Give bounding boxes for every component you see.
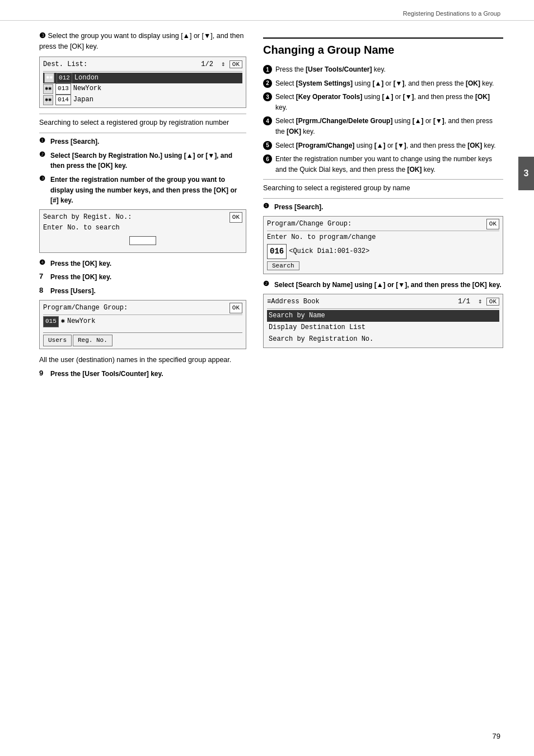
page-number: 79 xyxy=(493,732,500,740)
left-step9-text: Press the [User Tools/Counter] key. xyxy=(50,369,163,379)
address-panel-label: ≡Address Book xyxy=(267,297,320,307)
dest-row-3-name: Japan xyxy=(73,95,93,105)
left-step4-text: Press the [OK] key. xyxy=(50,259,111,269)
dest-row-1-name: London xyxy=(74,73,99,83)
address-panel-page: 1/1 OK xyxy=(458,297,499,307)
tab-users[interactable]: Users xyxy=(43,335,72,347)
right-step3-text: Select [Key Operator Tools] using [▲] or… xyxy=(275,92,503,112)
search-section-divider-top xyxy=(39,114,246,114)
dest-row-3: ✱✱ 014 Japan xyxy=(43,95,242,106)
chapter-divider-top xyxy=(263,37,503,39)
left-step8: 8 Press [Users]. xyxy=(39,286,246,297)
dest-list-ok: OK xyxy=(229,60,242,68)
right-step5-text: Select [Program/Change] using [▲] or [▼]… xyxy=(275,140,496,151)
search-panel-header: Search by Regist. No.: OK xyxy=(43,212,242,223)
search-section-label: Searching to select a registered group b… xyxy=(39,118,246,128)
right-step1-text: Press the [User Tools/Counter] key. xyxy=(275,64,386,75)
search-name-step2-text: Select [Search by Name] using [▲] or [▼]… xyxy=(274,280,502,290)
dest-row-1: ✱✱ 012 London xyxy=(43,73,242,84)
right-column: Changing a Group Name 1 Press the [User … xyxy=(263,31,503,383)
left-step7-num: 7 xyxy=(39,272,47,280)
search-regist-panel: Search by Regist. No.: OK Enter No. to s… xyxy=(39,209,246,253)
program-change-panel: Program/Change Group: OK 015 ✱ NewYork U… xyxy=(39,300,246,350)
program-panel-label: Program/Change Group: xyxy=(43,303,128,313)
dest-list-page: 1/2 OK xyxy=(201,59,242,70)
right-step2: 2 Select [System Settings] using [▲] or … xyxy=(263,78,503,89)
address-row-1: Search by Name xyxy=(267,310,499,322)
program-name: NewYork xyxy=(67,316,95,327)
search-step-1-num: ❶ xyxy=(39,137,47,144)
dest-row-1-num: 012 xyxy=(57,73,72,84)
right-step5: 5 Select [Program/Change] using [▲] or [… xyxy=(263,140,503,151)
left-step8-num: 8 xyxy=(39,286,47,294)
all-users-text: All the user (destination) names in the … xyxy=(39,355,246,365)
right-program-label: Program/Change Group: xyxy=(267,219,352,229)
dest-row-2: ✱✱ 013 NewYork xyxy=(43,83,242,95)
search-panel-label: Search by Regist. No.: xyxy=(43,212,132,223)
program-panel-row1: 015 ✱ NewYork xyxy=(43,316,242,327)
search-by-name-label: Searching to select a registered group b… xyxy=(263,183,503,194)
right-program-panel-header: Program/Change Group: OK xyxy=(267,219,499,232)
page-header: Registering Destinations to a Group xyxy=(0,0,534,21)
side-tab: 3 xyxy=(518,157,534,190)
search-name-step2-num: ❷ xyxy=(263,280,271,288)
dest-row-2-name: NewYork xyxy=(73,83,101,94)
search-name-step2: ❷ Select [Search by Name] using [▲] or [… xyxy=(263,280,503,290)
step3-block: ❸ Select the group you want to display u… xyxy=(39,31,246,108)
left-step4-num: ❹ xyxy=(39,259,47,266)
address-ok: OK xyxy=(486,298,499,306)
right-search-btn[interactable]: Search xyxy=(267,261,299,270)
left-step9: 9 Press the [User Tools/Counter] key. xyxy=(39,369,246,379)
right-step4: 4 Select [Prgrm./Change/Delete Group] us… xyxy=(263,116,503,137)
right-step4-num: 4 xyxy=(263,116,272,125)
search-step-3-num: ❸ xyxy=(39,175,47,182)
search-step-2-num: ❷ xyxy=(39,151,47,158)
right-step2-num: 2 xyxy=(263,79,272,88)
tab-reg-no[interactable]: Reg. No. xyxy=(73,335,113,347)
search-step-2: ❷ Select [Search by Registration No.] us… xyxy=(39,151,246,171)
search-step-2-text: Select [Search by Registration No.] usin… xyxy=(50,151,246,171)
program-panel-tabs: Users Reg. No. xyxy=(43,332,242,347)
left-step7-text: Press the [OK] key. xyxy=(50,272,111,283)
right-step1-num: 1 xyxy=(263,65,272,74)
search-by-name-divider-top xyxy=(263,179,503,180)
left-step9-num: 9 xyxy=(39,369,47,377)
search-panel-ok: OK xyxy=(229,212,242,223)
search-step-3-text: Enter the registration number of the gro… xyxy=(50,175,246,206)
right-step6-text: Enter the registration number you want t… xyxy=(275,154,503,175)
dest-row-3-num: 014 xyxy=(55,95,71,106)
program-num: 015 xyxy=(43,316,59,327)
search-panel-line1: Enter No. to search xyxy=(43,223,242,233)
left-step8-text: Press [Users]. xyxy=(50,286,96,297)
right-program-input-row: 016 <Quick Dial:001-032> xyxy=(267,244,499,259)
dest-row-3-icon: ✱✱ xyxy=(43,95,53,105)
right-step6-num: 6 xyxy=(263,154,272,163)
search-name-step1-num: ❶ xyxy=(263,202,271,210)
right-step1: 1 Press the [User Tools/Counter] key. xyxy=(263,64,503,75)
right-step6: 6 Enter the registration number you want… xyxy=(263,154,503,175)
left-step4: ❹ Press the [OK] key. xyxy=(39,259,246,269)
dest-row-2-icon: ✱✱ xyxy=(43,84,53,94)
search-by-name-divider-bot xyxy=(263,198,503,199)
search-section-divider-bot xyxy=(39,133,246,133)
search-step-1: ❶ Press [Search]. xyxy=(39,137,246,147)
search-panel-input xyxy=(43,234,242,250)
dest-row-2-num: 013 xyxy=(55,83,71,95)
program-panel-ok: OK xyxy=(229,303,242,314)
left-step7: 7 Press the [OK] key. xyxy=(39,272,246,283)
address-book-panel: ≡Address Book 1/1 OK Search by Name Disp… xyxy=(263,294,503,349)
left-column: ❸ Select the group you want to display u… xyxy=(39,31,246,383)
right-step4-text: Select [Prgrm./Change/Delete Group] usin… xyxy=(275,116,503,137)
right-program-line1: Enter No. to program/change xyxy=(267,232,499,243)
dest-row-1-icon: ✱✱ xyxy=(44,73,54,83)
step3-intro: ❸ Select the group you want to display u… xyxy=(39,31,246,52)
address-row-2: Display Destination List xyxy=(267,322,499,334)
address-panel-header: ≡Address Book 1/1 OK xyxy=(267,297,499,309)
dest-list-panel: Dest. List: 1/2 OK ✱✱ 012 London ✱✱ 013 xyxy=(39,57,246,109)
program-panel-header: Program/Change Group: OK xyxy=(43,303,242,316)
right-step3: 3 Select [Key Operator Tools] using [▲] … xyxy=(263,92,503,112)
dest-list-arrow xyxy=(221,60,225,68)
search-step-3: ❸ Enter the registration number of the g… xyxy=(39,175,246,206)
search-name-step1-text: Press [Search]. xyxy=(274,202,323,213)
dest-list-label: Dest. List: xyxy=(43,59,87,70)
